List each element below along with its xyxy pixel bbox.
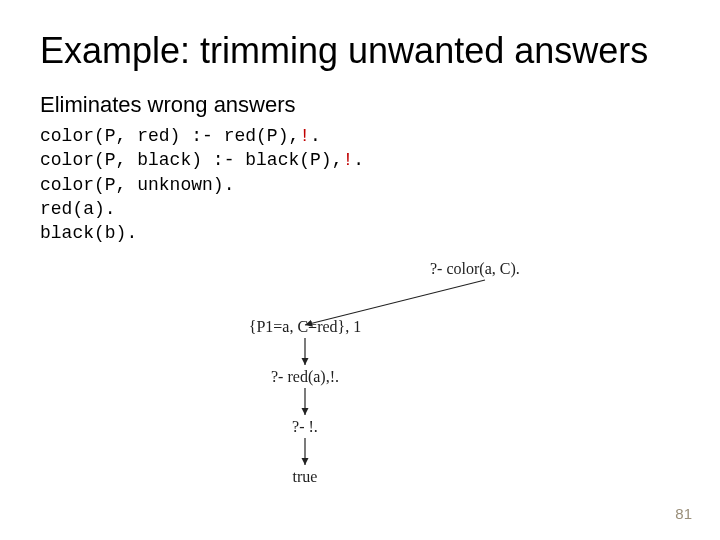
resolution-diagram: ?- color(a, C). {P1=a, C=red}, 1 ?- red(… [230, 260, 590, 500]
code-block: color(P, red) :- red(P),!. color(P, blac… [40, 124, 690, 245]
code-line-2c: . [353, 150, 364, 170]
code-line-4: red(a). [40, 199, 116, 219]
cut-symbol-2: ! [342, 150, 353, 170]
code-line-1a: color(P, red) :- red(P), [40, 126, 299, 146]
diagram-step1: ?- red(a),!. [240, 368, 370, 386]
slide-title: Example: trimming unwanted answers [40, 30, 690, 72]
code-line-2a: color(P, black) :- black(P), [40, 150, 342, 170]
diagram-binding: {P1=a, C=red}, 1 [220, 318, 390, 336]
diagram-query: ?- color(a, C). [430, 260, 590, 278]
code-line-3: color(P, unknown). [40, 175, 234, 195]
code-line-5: black(b). [40, 223, 137, 243]
slide: Example: trimming unwanted answers Elimi… [0, 0, 720, 540]
diagram-step2: ?- !. [260, 418, 350, 436]
diagram-result: true [275, 468, 335, 486]
slide-subtitle: Eliminates wrong answers [40, 92, 690, 118]
page-number: 81 [675, 505, 692, 522]
cut-symbol-1: ! [299, 126, 310, 146]
code-line-1c: . [310, 126, 321, 146]
